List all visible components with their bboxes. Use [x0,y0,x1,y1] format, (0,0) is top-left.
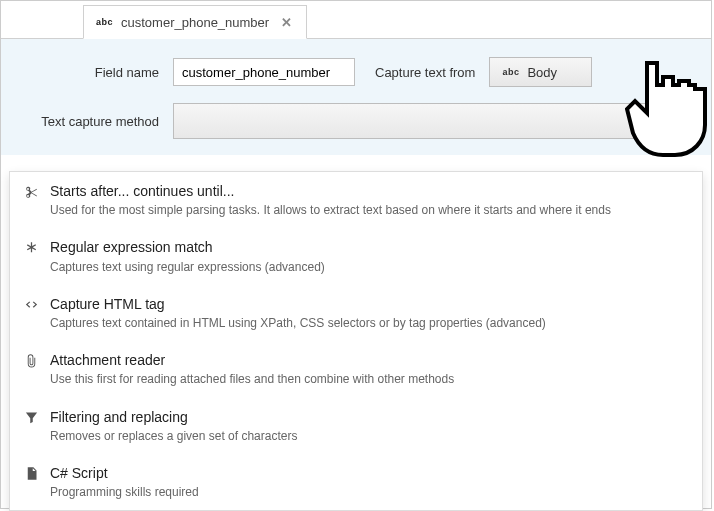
config-panel: Field name Capture text from abc Body Te… [1,39,711,155]
method-desc: Captures text contained in HTML using XP… [50,315,688,331]
field-name-input[interactable] [173,58,355,86]
filter-icon [22,409,40,427]
asterisk-icon [22,239,40,257]
method-label: Text capture method [19,114,173,129]
capture-from-button[interactable]: abc Body [489,57,592,87]
method-title: Filtering and replacing [50,408,688,426]
abc-icon: abc [96,17,113,27]
method-title: Regular expression match [50,238,688,256]
method-desc: Programming skills required [50,484,688,500]
method-item-filtering[interactable]: Filtering and replacing Removes or repla… [10,398,702,454]
method-item-attachment[interactable]: Attachment reader Use this first for rea… [10,341,702,397]
tab-active[interactable]: abc customer_phone_number ✕ [83,5,307,39]
method-desc: Use this first for reading attached file… [50,371,688,387]
close-icon[interactable]: ✕ [281,15,292,30]
method-item-regex[interactable]: Regular expression match Captures text u… [10,228,702,284]
method-dropdown[interactable] [173,103,693,139]
method-item-csharp[interactable]: C# Script Programming skills required [10,454,702,510]
method-item-starts-after[interactable]: Starts after... continues until... Used … [10,172,702,228]
script-icon [22,465,40,483]
method-title: Starts after... continues until... [50,182,688,200]
scissors-icon [22,183,40,201]
abc-icon: abc [502,67,519,77]
field-name-label: Field name [19,65,173,80]
method-desc: Removes or replaces a given set of chara… [50,428,688,444]
capture-from-value: Body [527,65,557,80]
method-desc: Captures text using regular expressions … [50,259,688,275]
method-dropdown-list: Starts after... continues until... Used … [9,171,703,511]
method-desc: Used for the most simple parsing tasks. … [50,202,688,218]
paperclip-icon [22,352,40,370]
method-title: C# Script [50,464,688,482]
tab-title: customer_phone_number [121,15,269,30]
code-icon [22,296,40,314]
capture-from-label: Capture text from [375,65,475,80]
tab-strip: abc customer_phone_number ✕ [1,1,711,39]
method-title: Capture HTML tag [50,295,688,313]
method-item-html-tag[interactable]: Capture HTML tag Captures text contained… [10,285,702,341]
method-title: Attachment reader [50,351,688,369]
